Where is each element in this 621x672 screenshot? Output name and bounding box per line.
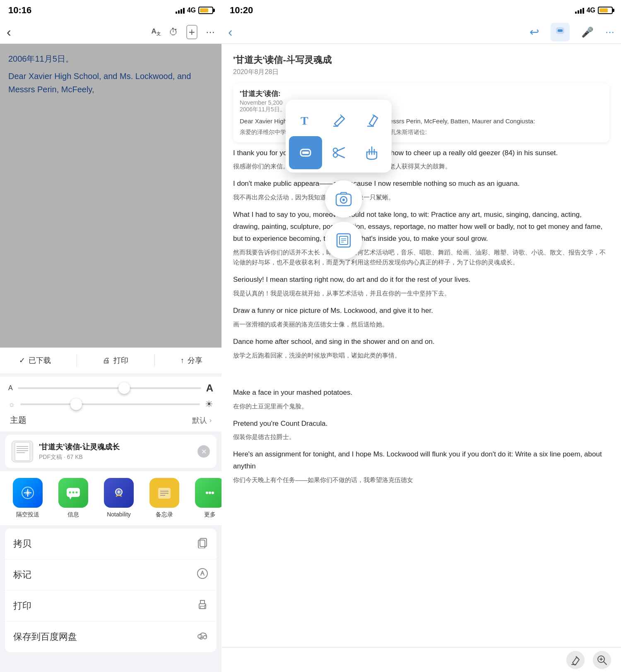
pdf-date-right: 2020年8月28日 [233,68,609,77]
svg-point-8 [69,492,71,494]
battery-icon-left [198,7,213,14]
downloaded-item[interactable]: ✓ 已下载 [19,355,51,365]
bottom-sheet: ✓ 已下载 🖨 打印 ↑ 分享 [0,348,221,672]
bottom-tools-right [221,647,621,672]
undo-icon[interactable]: ↩ [530,25,539,39]
right-time: 10:20 [230,5,253,16]
text-tool-button[interactable]: T [289,103,322,136]
font-slider-section: A A ☼ ☀ 主题 [0,377,221,432]
chevron-right-icon: › [209,417,212,424]
scissors-tool-button[interactable] [322,136,355,169]
baidu-save-label: 保存到百度网盘 [13,631,77,643]
signal-icon [176,7,185,14]
svg-rect-36 [302,151,309,154]
print-label: 打印 [113,355,128,365]
font-slider-thumb[interactable] [118,382,130,394]
network-type-right: 4G [587,7,595,14]
font-slider-track[interactable] [18,387,201,389]
cloud-icon [197,630,208,644]
notability-icon [104,478,134,508]
svg-point-38 [333,153,337,157]
copy-action[interactable]: 拷贝 [5,528,217,559]
print-item[interactable]: 🖨 打印 [103,355,128,365]
theme-row: 主题 默认 › [8,415,213,426]
frame-button[interactable] [325,222,362,259]
svg-point-16 [206,492,208,494]
svg-rect-31 [558,29,563,32]
back-button-right[interactable]: ‹ [228,24,233,40]
svg-line-51 [604,662,607,665]
mic-icon[interactable]: 🎤 [581,26,594,38]
file-close-button[interactable]: ✕ [197,445,210,458]
app-notes[interactable]: 备忘录 [142,478,187,518]
theme-default-label: 默认 [192,415,207,425]
hand-tool-button[interactable] [355,136,388,169]
add-icon[interactable]: + [186,25,197,39]
para5-en: Draw a funny or nice picture of Ms. Lock… [233,305,609,317]
downloaded-label: 已下载 [29,355,51,365]
right-status-icons: 4G [575,7,613,14]
bottom-sheet-overlay[interactable]: ✓ 已下载 🖨 打印 ↑ 分享 [0,44,221,672]
annotate-button[interactable] [566,651,585,669]
eraser-icon[interactable] [551,23,570,41]
zoom-button[interactable] [593,651,611,669]
content-area-left: 2006年11月5日。 Dear Xavier High School, and… [0,44,221,672]
para3-cn: 然而我要告诉你们的话并不太长，即：进行任何艺术活动吧，音乐、唱歌、舞蹈、绘画、油… [233,247,609,267]
network-type-left: 4G [187,7,196,14]
svg-point-37 [333,148,337,152]
markup-icon [197,568,208,582]
more-icon-right[interactable]: ⋯ [605,27,614,38]
doc-card-title: '甘道夫'读信: [240,89,603,98]
para4-en: Seriously! I mean starting right now, do… [233,274,609,286]
divider-1 [77,354,77,367]
para9-en: Here's an assignment for tonight, and I … [233,449,609,473]
theme-label: 主题 [10,415,26,426]
markup-label: 标记 [13,569,31,581]
highlight-tool-button[interactable] [355,103,388,136]
left-status-icons: 4G [176,7,213,14]
print-action-label: 打印 [13,600,31,612]
left-time: 10:16 [8,5,31,16]
translate-icon[interactable]: A文 [152,27,161,37]
para6-cn: 放学之后跑着回家，洗澡的时候放声歌唱，诸如此类的事情。 [233,350,609,360]
svg-point-43 [342,199,345,201]
markup-action[interactable]: 标记 [5,559,217,590]
brightness-slider-thumb[interactable] [70,398,82,410]
pdf-content-right: '甘道夫'读信-斗写灵魂成 2020年8月28日 '甘道夫'读信: Novemb… [221,44,621,647]
app-messages[interactable]: 信息 [51,478,96,518]
airdrop-label: 隔空投送 [16,511,39,518]
para7-en: Make a face in your mashed potatoes. [233,387,609,399]
share-label: 分享 [188,355,202,365]
theme-value[interactable]: 默认 › [192,415,212,425]
font-large-label: A [206,382,213,394]
para8-en: Pretend you're Count Dracula. [233,418,609,430]
app-airdrop[interactable]: 隔空投送 [5,478,51,518]
pen-tool-button[interactable] [322,103,355,136]
para2-en: I don't make public appeara——ore because… [233,178,609,190]
brightness-high-icon: ☀ [205,399,213,410]
left-panel: 10:16 4G ‹ A文 ⏱ + ⋯ 2006年11月5日。 Dear Xav… [0,0,221,672]
toolbar-right: ‹ ↩ 🎤 ⋯ [221,21,621,44]
font-small-label: A [8,384,13,392]
svg-point-17 [209,492,211,494]
eraser-tool-button[interactable] [289,136,322,169]
pdf-page-1: '甘道夫'读信-斗写灵魂成 2020年8月28日 '甘道夫'读信: Novemb… [221,44,621,377]
svg-point-18 [212,492,214,494]
brightness-slider-track[interactable] [20,403,200,405]
share-item[interactable]: ↑ 分享 [181,355,202,365]
more-label: 更多 [204,511,216,518]
svg-point-10 [76,492,78,494]
airdrop-icon [13,478,43,508]
back-button-left[interactable]: ‹ [7,24,11,40]
share-icon: ↑ [181,356,184,365]
app-more[interactable]: 更多 [187,478,221,518]
para8-cn: 假装你是德古拉爵士。 [233,432,609,442]
print-icon: 🖨 [103,356,110,365]
baidu-save-action[interactable]: 保存到百度网盘 [5,622,217,652]
camera-button[interactable] [325,180,362,218]
app-notability[interactable]: Notability [96,478,142,518]
print-action[interactable]: 打印 [5,590,217,622]
more-icon-left[interactable]: ⋯ [206,27,215,38]
file-name: '甘道夫'读信-让灵魂成长 [39,442,192,452]
timer-icon[interactable]: ⏱ [169,27,178,38]
